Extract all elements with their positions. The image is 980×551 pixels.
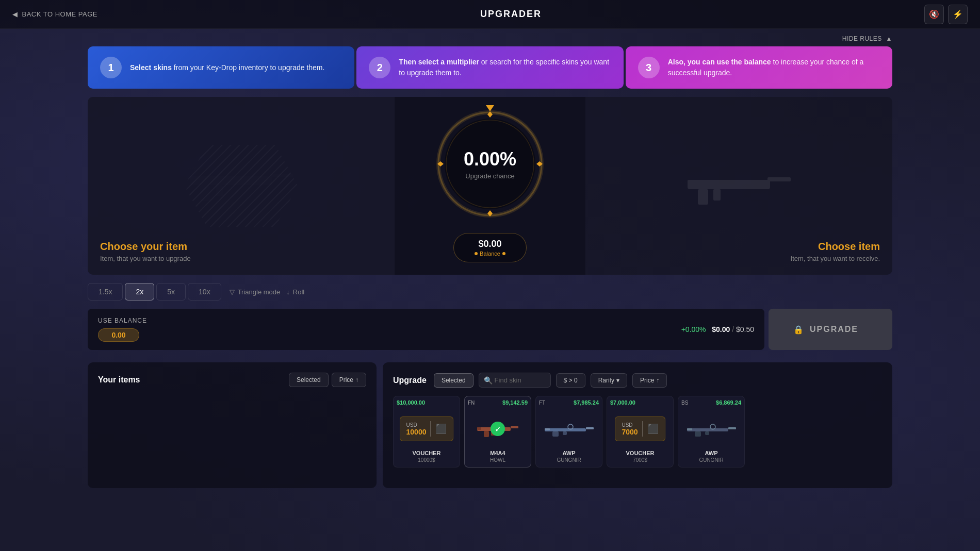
svg-rect-3	[216, 185, 223, 196]
search-icon: 🔍	[484, 376, 493, 385]
roll-icon: ↓	[286, 288, 290, 296]
upgrade-button[interactable]: 🔒 UPGRADE	[769, 309, 892, 350]
bolt-button[interactable]: ⚡	[948, 5, 968, 24]
upgrade-selected-filter[interactable]: Selected	[434, 373, 473, 388]
upgrade-price-filter[interactable]: Price ↑	[632, 373, 667, 388]
roll-button[interactable]: ↓ Roll	[286, 288, 304, 296]
item-image-area	[682, 411, 740, 447]
your-items-title: Your items	[98, 375, 140, 385]
roll-label: Roll	[293, 288, 304, 296]
triangle-icon: ▽	[230, 288, 235, 296]
awp-svg	[545, 420, 594, 438]
multiplier-group: 1.5x 2x 5x 10x	[88, 283, 221, 300]
multiplier-2x-button[interactable]: 2x	[125, 283, 154, 300]
mute-icon: 🔇	[929, 9, 939, 19]
multiplier-1-5x-button[interactable]: 1.5x	[88, 283, 123, 300]
balance-input[interactable]	[98, 328, 139, 342]
mute-button[interactable]: 🔇	[924, 5, 944, 24]
rule-cards: 1 Select skins from your Key-Drop invent…	[0, 42, 980, 97]
right-panel[interactable]: Choose item Item, that you want to recei…	[585, 97, 892, 275]
upgrade-item-awp-gungnir-ft[interactable]: FT $7,985.24 AWP GUNGNIR	[535, 396, 602, 467]
upgrade-selected-label: Selected	[442, 377, 466, 384]
back-arrow-icon: ◀	[12, 10, 18, 18]
your-items-content	[98, 395, 366, 478]
rule-card-3: 3 Also, you can use the balance to incre…	[626, 46, 892, 89]
upgrade-lock-icon: 🔒	[793, 325, 805, 335]
upgrade-item-awp-gungnir-bs[interactable]: BS $6,869.24 AWP GUNGNIR	[678, 396, 745, 467]
item-name: VOUCHER	[398, 450, 455, 456]
balance-amount: $0.00	[478, 239, 501, 249]
svg-rect-20	[484, 431, 489, 437]
back-button[interactable]: ◀ BACK TO HOME PAGE	[12, 10, 97, 18]
item-image-area: USD 7000 ⬛	[611, 411, 669, 447]
use-balance-right: +0.00% $0.00 / $0.50	[681, 325, 754, 333]
upgrade-price-label: Price	[640, 377, 654, 384]
page-title: UPGRADER	[480, 9, 542, 20]
price-min-label: $ > 0	[564, 377, 578, 384]
balance-slash: /	[732, 325, 736, 333]
item-sub: 7000$	[611, 457, 669, 463]
upgrade-percent: 0.00%	[464, 148, 516, 170]
rule-number-1: 1	[100, 57, 122, 78]
voucher-divider	[642, 421, 643, 437]
triangle-mode-button[interactable]: ▽ Triangle mode	[230, 288, 281, 296]
upgrade-items-panel: Upgrade Selected 🔍 $ > 0 Rarity ▾ Price …	[383, 362, 892, 488]
svg-rect-24	[586, 427, 594, 429]
your-items-selected-filter[interactable]: Selected	[289, 373, 329, 387]
item-price: $9,142.59	[502, 399, 528, 406]
multiplier-5x-button[interactable]: 5x	[156, 283, 186, 300]
svg-rect-33	[687, 428, 692, 430]
svg-rect-17	[688, 180, 697, 185]
center-panel: 0.00% Upgrade chance $0.00 Balance	[395, 97, 585, 275]
choose-your-item-sub: Item, that you want to upgrade	[100, 255, 382, 262]
selected-check-icon: ✓	[491, 422, 505, 436]
upgrade-item-m4a4-howl[interactable]: FN $9,142.59 ✓ M4A4 HOWL	[464, 396, 531, 467]
upgrade-item-voucher-7000[interactable]: $7,000.00 USD 7000 ⬛ VOUCHER 7000$	[607, 396, 674, 467]
svg-rect-19	[511, 426, 518, 428]
your-items-price-filter[interactable]: Price ↑	[332, 373, 366, 387]
svg-rect-2	[200, 185, 210, 201]
svg-rect-25	[552, 431, 559, 437]
multiplier-10x-button[interactable]: 10x	[188, 283, 221, 300]
your-items-panel: Your items Selected Price ↑	[88, 362, 377, 488]
balance-button[interactable]: $0.00 Balance	[453, 233, 527, 262]
voucher-visual: USD 7000 ⬛	[615, 416, 665, 441]
voucher-amount-label: USD 10000	[406, 422, 427, 436]
action-row: USE BALANCE +0.00% $0.00 / $0.50 🔒 UPGRA…	[0, 309, 980, 358]
item-sub: GUNGNIR	[540, 457, 598, 463]
use-balance-panel: USE BALANCE +0.00% $0.00 / $0.50	[88, 309, 764, 350]
rarity-label: Rarity	[598, 377, 614, 384]
upgrade-circle: 0.00% Upgrade chance	[433, 107, 547, 221]
balance-dot-right	[502, 252, 505, 255]
rule-card-1: 1 Select skins from your Key-Drop invent…	[88, 46, 354, 89]
your-items-filters: Selected Price ↑	[289, 373, 366, 387]
awp-bs-svg	[687, 420, 736, 438]
svg-rect-26	[563, 431, 567, 435]
item-sub: HOWL	[469, 457, 527, 463]
svg-rect-22	[477, 427, 481, 430]
choose-your-item-label: Choose your item	[100, 241, 382, 253]
rule-number-3: 3	[638, 57, 660, 78]
upgrade-rarity-filter[interactable]: Rarity ▾	[591, 373, 627, 388]
voucher-amount-label: USD 7000	[622, 422, 638, 436]
hide-rules-button[interactable]: HIDE RULES ▲	[840, 35, 892, 42]
svg-rect-30	[728, 427, 736, 429]
svg-rect-31	[695, 431, 701, 437]
balance-dot	[475, 252, 478, 255]
left-panel[interactable]: Choose your item Item, that you want to …	[88, 97, 395, 275]
svg-rect-14	[767, 177, 791, 181]
svg-rect-29	[687, 428, 728, 431]
item-sub: 10000$	[398, 457, 455, 463]
svg-rect-15	[698, 189, 708, 205]
svg-rect-13	[688, 180, 770, 189]
upgrade-item-voucher-10000[interactable]: $10,000.00 USD 10000 ⬛ VOUCHER 10000$	[393, 396, 460, 467]
upgrade-price-min-filter[interactable]: $ > 0	[556, 373, 585, 388]
voucher-visual: USD 10000 ⬛	[400, 416, 454, 441]
svg-rect-27	[545, 428, 550, 430]
use-balance-label: USE BALANCE	[98, 317, 147, 324]
item-name: AWP	[540, 450, 598, 456]
voucher-barcode-icon: ⬛	[435, 423, 447, 435]
rule-text-3: Also, you can use the balance to increas…	[668, 57, 880, 78]
hide-rules-row: HIDE RULES ▲	[0, 29, 980, 42]
voucher-divider	[430, 421, 431, 437]
